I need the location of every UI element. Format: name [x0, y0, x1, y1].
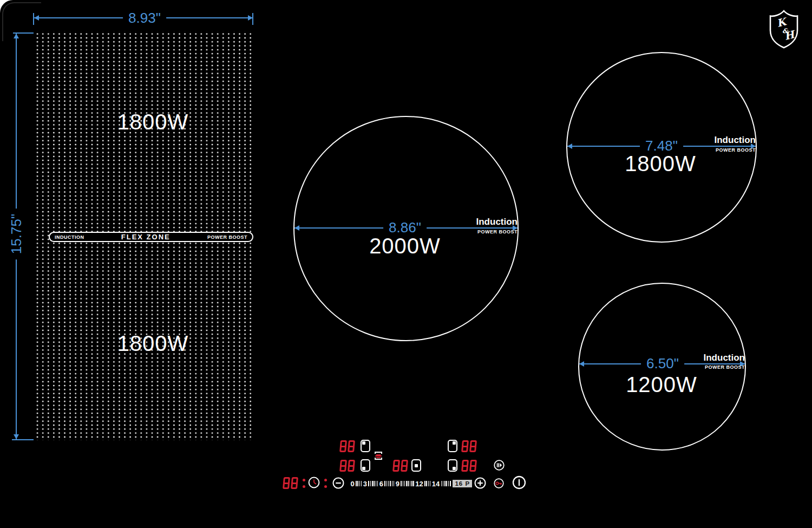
- display-top-right-burner: [461, 440, 477, 452]
- scale-tick: [394, 481, 395, 486]
- power-button[interactable]: [512, 475, 526, 490]
- display-flex-bottom: [339, 460, 355, 472]
- scale-tick: [384, 481, 385, 486]
- dim-arrow-left: [294, 225, 299, 231]
- plus-button[interactable]: [474, 477, 486, 489]
- scale-tick: [428, 481, 429, 486]
- scale-tick: [411, 481, 412, 486]
- scale-tick: [444, 481, 446, 486]
- scale-tick: [401, 481, 402, 486]
- scale-tick: [443, 481, 444, 486]
- flex-power-boost-label: POWER BOOST: [207, 234, 247, 240]
- power-scale[interactable]: 0369121416 P: [350, 479, 472, 488]
- dim-arrow-down: [14, 434, 19, 439]
- scale-tick: [426, 481, 427, 486]
- display-bottom-right-burner: [461, 460, 477, 472]
- scale-tick: [408, 481, 409, 486]
- scale-tick: [448, 481, 449, 486]
- scale-label: 14: [432, 480, 440, 488]
- product-image: 1800W 1800W INDUCTION FLEX ZONE POWER BO…: [0, 0, 812, 528]
- timer-colon-dot: [324, 485, 327, 488]
- scale-tick: [413, 481, 414, 486]
- zone-icon-top-right[interactable]: [448, 440, 457, 452]
- scale-tick: [390, 481, 391, 486]
- scale-label: 3: [363, 480, 367, 488]
- center-burner-power: 2000W: [369, 234, 441, 258]
- scale-tick: [441, 481, 442, 486]
- pause-resume-icon[interactable]: [494, 460, 505, 471]
- scale-tick: [388, 481, 389, 486]
- zone-icon-flex-bottom[interactable]: [361, 459, 370, 472]
- scale-tick: [372, 481, 373, 486]
- seven-segment-digit: [291, 477, 298, 489]
- flex-width-dimension: 8.93": [123, 10, 166, 27]
- seven-segment-digit: [339, 460, 347, 472]
- scale-tick: [387, 481, 388, 486]
- timer-colon-dot: [303, 479, 305, 481]
- display-timer: [282, 477, 298, 489]
- center-burner-diameter: 8.86": [383, 219, 427, 236]
- seven-segment-digit: [469, 460, 477, 472]
- scale-label: 12: [415, 480, 423, 488]
- flex-zone-badge: INDUCTION FLEX ZONE POWER BOOST: [49, 232, 253, 242]
- dim-arrow-left: [567, 144, 572, 149]
- seven-segment-digit: [339, 440, 347, 452]
- center-burner-induction-label: Induction: [447, 217, 518, 227]
- center-burner-boost-label: POWER BOOST: [447, 229, 518, 234]
- seven-segment-digit: [348, 440, 355, 452]
- scale-tick: [356, 481, 357, 486]
- seven-segment-digit: [401, 460, 408, 472]
- scale-tick: [430, 481, 431, 486]
- scale-label: 6: [379, 480, 383, 488]
- flex-zone-label: FLEX ZONE: [121, 233, 171, 241]
- scale-tick: [450, 481, 451, 486]
- seven-segment-digit: [392, 460, 400, 472]
- flex-induction-label: INDUCTION: [55, 234, 84, 240]
- scale-tick: [410, 481, 411, 486]
- flex-zone-bottom-power-label: 1800W: [43, 331, 263, 356]
- bridge-zones-icon[interactable]: [375, 452, 382, 460]
- seven-segment-digit: [461, 440, 469, 452]
- timer-colon-dot: [303, 485, 305, 488]
- timer-colon-dot: [324, 479, 327, 481]
- top-right-burner-boost-label: POWER BOOST: [685, 147, 756, 153]
- scale-tick: [359, 481, 361, 486]
- cooktop-surface: 1800W 1800W INDUCTION FLEX ZONE POWER BO…: [0, 0, 812, 528]
- brand-shield-logo: K & H: [769, 10, 799, 49]
- scale-label: 0: [351, 480, 355, 488]
- timer-clock-icon[interactable]: [308, 477, 320, 488]
- scale-tick: [404, 481, 405, 486]
- dim-arrow-right: [248, 15, 253, 21]
- scale-tick: [376, 481, 377, 486]
- bottom-right-burner-boost-label: POWER BOOST: [675, 364, 745, 370]
- seven-segment-digit: [283, 477, 290, 489]
- top-right-burner-induction-label: Induction: [685, 135, 756, 146]
- scale-tick: [403, 481, 404, 486]
- seven-segment-digit: [469, 440, 477, 452]
- scale-tick: [377, 481, 378, 486]
- scale-tick: [424, 481, 425, 486]
- zone-icon-center[interactable]: [411, 459, 421, 472]
- scale-tick: [368, 481, 369, 486]
- seven-segment-digit: [348, 460, 355, 472]
- zone-icon-flex-top[interactable]: [361, 440, 370, 452]
- scale-tick: [446, 481, 447, 486]
- dim-arrow-up: [14, 34, 19, 38]
- display-center-burner: [392, 460, 408, 472]
- dim-arrow-left: [34, 15, 39, 21]
- scale-tick: [374, 481, 375, 486]
- dim-arrow-left: [579, 361, 584, 367]
- scale-tick: [392, 481, 393, 486]
- scale-boost-label: 16 P: [453, 480, 472, 487]
- zone-icon-bottom-right[interactable]: [448, 459, 457, 472]
- child-lock-key-icon[interactable]: [494, 478, 504, 488]
- minus-button[interactable]: [332, 477, 344, 489]
- display-flex-top: [339, 440, 355, 452]
- seven-segment-digit: [461, 460, 469, 472]
- bottom-right-burner-induction-label: Induction: [675, 353, 745, 363]
- dim-tick: [12, 439, 34, 440]
- flex-zone-top-power-label: 1800W: [43, 110, 263, 134]
- bottom-right-burner-power: 1200W: [626, 373, 697, 397]
- flex-height-dimension: 15.75": [8, 208, 25, 259]
- scale-label: 9: [396, 480, 400, 488]
